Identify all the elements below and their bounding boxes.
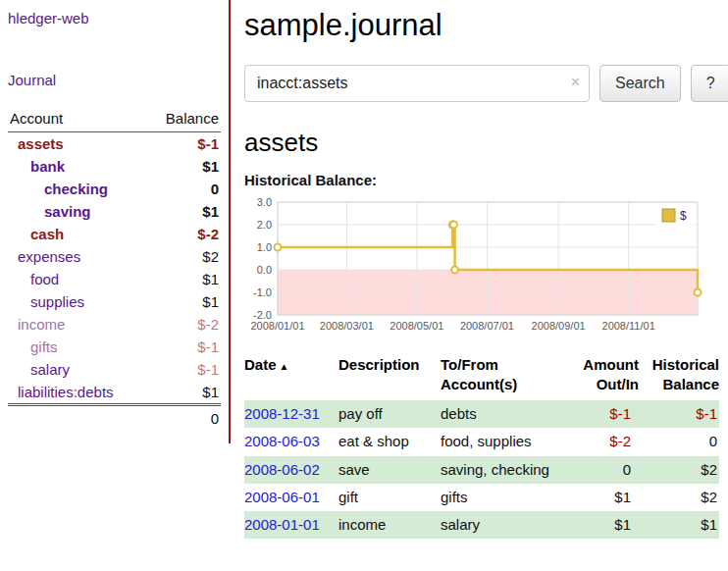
legend-swatch xyxy=(662,209,675,222)
accounts-total-row: 0 xyxy=(8,405,221,431)
register-description: income xyxy=(338,511,441,539)
register-accounts: saving, checking xyxy=(441,456,562,484)
account-row: bank$1 xyxy=(8,155,221,178)
register-amount: $1 xyxy=(562,484,639,511)
register-row: 2008-06-03eat & shopfood, supplies$-20 xyxy=(244,428,719,455)
register-accounts: debts xyxy=(441,400,562,428)
register-balance: $1 xyxy=(639,511,719,539)
account-balance: $1 xyxy=(146,200,221,223)
x-axis-tick-label: 2008/09/01 xyxy=(532,320,586,332)
y-axis-tick-label: 2.0 xyxy=(257,219,272,231)
register-description: eat & shop xyxy=(338,428,441,455)
account-balance: $-1 xyxy=(146,358,221,381)
x-axis-tick-label: 2008/07/01 xyxy=(460,320,514,332)
register-table: Date▲ Description To/From Account(s) Amo… xyxy=(244,353,719,539)
data-point-marker xyxy=(275,244,282,251)
clear-search-icon[interactable]: × xyxy=(571,74,580,91)
data-point-marker xyxy=(450,222,457,229)
account-balance: 0 xyxy=(146,178,221,200)
register-amount: $1 xyxy=(562,511,639,539)
register-accounts: gifts xyxy=(441,484,562,511)
register-header-row: Date▲ Description To/From Account(s) Amo… xyxy=(244,353,719,400)
account-balance: $1 xyxy=(146,268,221,290)
register-description: gift xyxy=(338,484,441,511)
account-table-body: assets$-1bank$1checking0saving$1cash$-2e… xyxy=(8,132,221,405)
account-balance: $1 xyxy=(146,381,221,405)
register-amount: $-1 xyxy=(562,400,639,428)
register-row: 2008-06-02savesaving, checking0$2 xyxy=(244,456,719,484)
register-header-description: Description xyxy=(338,353,441,400)
account-row: food$1 xyxy=(8,268,221,290)
register-description: save xyxy=(338,456,441,484)
register-balance: $2 xyxy=(639,484,719,511)
account-section-title: assets xyxy=(244,128,728,158)
register-amount: 0 xyxy=(562,456,639,484)
account-row: cash$-2 xyxy=(8,223,221,245)
register-row: 2008-01-01incomesalary$1$1 xyxy=(244,511,719,539)
main-content: sample.journal × Search ? assets Histori… xyxy=(231,0,728,539)
account-link[interactable]: food xyxy=(8,268,146,290)
account-row: expenses$2 xyxy=(8,245,221,268)
account-balance: $-1 xyxy=(146,132,221,156)
app-title-link[interactable]: hledger-web xyxy=(8,10,221,26)
register-balance: 0 xyxy=(639,428,719,455)
y-axis-tick-label: 0.0 xyxy=(257,264,272,276)
account-balance: $2 xyxy=(146,245,221,268)
register-date-link[interactable]: 2008-06-03 xyxy=(244,428,338,455)
account-link[interactable]: saving xyxy=(8,200,146,223)
y-axis-tick-label: 3.0 xyxy=(257,196,272,208)
sort-ascending-icon: ▲ xyxy=(280,361,289,372)
y-axis-tick-label: -1.0 xyxy=(253,286,272,298)
register-amount: $-2 xyxy=(562,428,639,455)
search-box: × xyxy=(244,65,590,102)
register-balance: $2 xyxy=(639,456,719,484)
account-link[interactable]: assets xyxy=(8,132,146,156)
account-balance: $1 xyxy=(146,290,221,313)
account-link[interactable]: gifts xyxy=(8,336,146,358)
account-link[interactable]: salary xyxy=(8,358,146,381)
account-link[interactable]: checking xyxy=(8,178,146,200)
y-axis-tick-label: 1.0 xyxy=(257,241,272,253)
accounts-header-row: Account Balance xyxy=(8,108,221,132)
register-row: 2008-12-31pay offdebts$-1$-1 xyxy=(244,400,719,428)
account-link[interactable]: cash xyxy=(8,223,146,245)
register-header-balance: Historical Balance xyxy=(639,353,719,400)
account-link[interactable]: bank xyxy=(8,155,146,178)
account-row: income$-2 xyxy=(8,313,221,336)
nav-journal-link[interactable]: Journal xyxy=(8,72,221,88)
account-link[interactable]: income xyxy=(8,313,146,336)
register-header-accounts: To/From Account(s) xyxy=(441,353,562,400)
register-date-link[interactable]: 2008-01-01 xyxy=(244,511,338,539)
x-axis-tick-label: 2008/01/01 xyxy=(250,320,304,332)
register-header-date[interactable]: Date▲ xyxy=(244,353,338,400)
data-point-marker xyxy=(451,267,458,274)
account-link[interactable]: liabilities:debts xyxy=(8,381,146,405)
search-input[interactable] xyxy=(244,65,590,102)
accounts-table: Account Balance assets$-1bank$1checking0… xyxy=(8,108,221,430)
register-date-link[interactable]: 2008-06-02 xyxy=(244,456,338,484)
accounts-total-value: 0 xyxy=(146,405,221,431)
register-table-body: 2008-12-31pay offdebts$-1$-12008-06-03ea… xyxy=(244,400,719,539)
account-balance: $1 xyxy=(146,155,221,178)
accounts-header-account: Account xyxy=(8,108,146,132)
account-balance: $-2 xyxy=(146,313,221,336)
help-button[interactable]: ? xyxy=(691,65,728,102)
account-link[interactable]: supplies xyxy=(8,290,146,313)
x-axis-tick-label: 2008/11/01 xyxy=(602,320,655,332)
account-row: saving$1 xyxy=(8,200,221,223)
account-balance: $-2 xyxy=(146,223,221,245)
accounts-header-balance: Balance xyxy=(146,108,221,132)
account-row: assets$-1 xyxy=(8,132,221,156)
search-button[interactable]: Search xyxy=(599,65,681,102)
register-header-amount: Amount Out/In xyxy=(562,353,639,400)
register-date-link[interactable]: 2008-06-01 xyxy=(244,484,338,511)
hledger-web-app: hledger-web Journal Account Balance asse… xyxy=(0,0,728,539)
legend-label: $ xyxy=(680,209,687,223)
account-row: supplies$1 xyxy=(8,290,221,313)
register-accounts: salary xyxy=(441,511,562,539)
register-accounts: food, supplies xyxy=(441,428,562,455)
register-balance: $-1 xyxy=(639,400,719,428)
account-link[interactable]: expenses xyxy=(8,245,146,268)
register-date-link[interactable]: 2008-12-31 xyxy=(244,400,338,428)
data-point-marker xyxy=(695,289,702,296)
